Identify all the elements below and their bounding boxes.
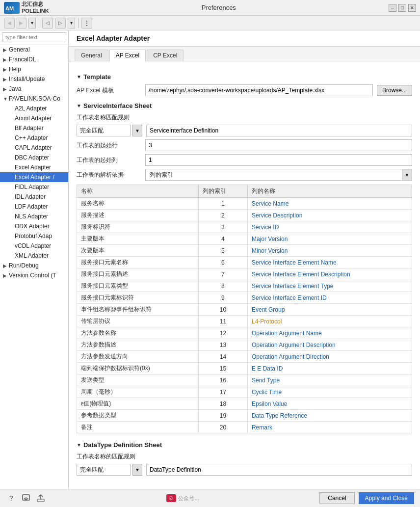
table-cell-name: 参考数据类型 <box>77 410 199 422</box>
sidebar-item-fidl[interactable]: FIDL Adapter <box>0 182 68 192</box>
sidebar-item-nls[interactable]: NLS Adapter <box>0 212 68 221</box>
table-cell-colname[interactable]: E E Data ID <box>247 363 412 374</box>
table-row: 次要版本5Minor Version <box>77 245 412 257</box>
forward-button[interactable]: ▶ <box>16 18 26 28</box>
table-cell-colname[interactable]: Service Interface Element Description <box>247 268 412 280</box>
tab-apexcel[interactable]: AP Excel <box>109 50 146 61</box>
parse-type-dropdown[interactable]: 列的索引 ▼ <box>145 169 412 181</box>
datatype-collapse-arrow[interactable]: ▼ <box>77 442 81 448</box>
table-cell-index: 3 <box>198 221 247 233</box>
nav-prev-button[interactable]: ◁ <box>42 18 53 28</box>
table-cell-colname[interactable]: Service Name <box>247 198 412 210</box>
table-cell-name: 服务名称 <box>77 198 199 210</box>
table-row: ε值(物理值)18Epsilon Value <box>77 398 412 410</box>
table-cell-colname[interactable]: Service Interface Element Type <box>247 280 412 292</box>
apply-button[interactable]: Apply and Close <box>359 492 414 504</box>
sidebar-item-general[interactable]: ▶General <box>0 45 68 54</box>
table-cell-colname[interactable]: Service Description <box>247 210 412 221</box>
cancel-button[interactable]: Cancel <box>319 492 354 504</box>
sidebar-item-xml[interactable]: XML Adapter <box>0 251 68 261</box>
sidebar-item-rundebug[interactable]: ▶Run/Debug <box>0 261 68 270</box>
sidebar-tree: ▶General▶FrancalDL▶Help▶Install/Update▶J… <box>0 45 68 489</box>
back-button[interactable]: ◀ <box>4 18 15 28</box>
sidebar-item-label-nls: NLS Adapter <box>15 213 65 220</box>
table-cell-colname[interactable]: Operation Argument Description <box>247 339 412 351</box>
template-row: AP Excel 模板 Browse... <box>77 84 412 96</box>
table-cell-colname[interactable]: L4-Protocol <box>247 316 412 327</box>
sidebar-item-vcdl[interactable]: vCDL Adapter <box>0 241 68 251</box>
sidebar: ▶General▶FrancalDL▶Help▶Install/Update▶J… <box>0 30 69 489</box>
table-cell-colname[interactable]: Data Type Reference <box>247 410 412 422</box>
sidebar-item-francaldl[interactable]: ▶FrancalDL <box>0 54 68 64</box>
sidebar-item-pavelink[interactable]: ▼PAVELINK.SOA-Co <box>0 94 68 104</box>
share-icon[interactable] <box>35 493 46 504</box>
start-row-input[interactable] <box>145 139 412 151</box>
table-cell-colname[interactable]: Service Interface Element Name <box>247 257 412 268</box>
parse-type-text: 列的索引 <box>146 169 402 181</box>
tab-cpexcel[interactable]: CP Excel <box>147 50 184 61</box>
matching-type-arrow[interactable]: ▼ <box>132 125 142 136</box>
sidebar-item-arxml[interactable]: Arxml Adapter <box>0 113 68 123</box>
sidebar-item-installdupdate[interactable]: ▶Install/Update <box>0 74 68 84</box>
datatype-matching-type-arrow[interactable]: ▼ <box>132 464 142 476</box>
sidebar-item-excel2[interactable]: Excel Adapter / <box>0 172 68 182</box>
sidebar-item-idl[interactable]: IDL Adapter <box>0 192 68 202</box>
matching-type-dropdown[interactable]: 完全匹配 <box>77 125 131 136</box>
minimize-button[interactable]: ─ <box>389 4 396 12</box>
sidebar-item-label-francaldl: FrancalDL <box>9 56 65 63</box>
table-cell-name: 方法参数描述 <box>77 339 199 351</box>
table-cell-colname[interactable]: Service Interface Element ID <box>247 292 412 304</box>
table-cell-index: 12 <box>198 327 247 339</box>
sidebar-item-excel[interactable]: Excel Adapter <box>0 162 68 172</box>
table-cell-colname[interactable]: Cyclic Time <box>247 386 412 398</box>
start-col-input[interactable] <box>145 154 412 166</box>
table-cell-colname[interactable]: Remark <box>247 422 412 433</box>
toolbar-separator2 <box>78 18 79 28</box>
datatype-matching-type-dropdown[interactable]: 完全匹配 <box>77 464 131 476</box>
maximize-button[interactable]: □ <box>398 4 406 12</box>
table-row: 方法参数描述13Operation Argument Description <box>77 339 412 351</box>
sidebar-item-java[interactable]: ▶Java <box>0 84 68 94</box>
sidebar-item-blf[interactable]: Blf Adapter <box>0 123 68 133</box>
table-cell-name: 周期（毫秒） <box>77 386 199 398</box>
table-row: 备注20Remark <box>77 422 412 433</box>
table-cell-colname[interactable]: Epsilon Value <box>247 398 412 410</box>
sidebar-item-capl[interactable]: CAPL Adapter <box>0 143 68 153</box>
sidebar-item-versioncontrol[interactable]: ▶Version Control (T <box>0 270 68 280</box>
parse-dropdown-arrow[interactable]: ▼ <box>402 169 412 180</box>
sidebar-item-cpp[interactable]: C++ Adapter <box>0 133 68 143</box>
sidebar-item-a2l[interactable]: A2L Adapter <box>0 104 68 113</box>
datatype-matching-value-input[interactable] <box>146 464 412 476</box>
table-cell-colname[interactable]: Operation Argument Direction <box>247 351 412 363</box>
table-cell-colname[interactable]: Event Group <box>247 304 412 316</box>
sidebar-item-dbc[interactable]: DBC Adapter <box>0 153 68 162</box>
search-input[interactable] <box>2 32 66 42</box>
export-icon[interactable] <box>21 493 31 504</box>
matching-value-input[interactable] <box>146 125 412 136</box>
template-collapse-arrow[interactable]: ▼ <box>77 74 81 80</box>
table-row: 主要版本4Major Version <box>77 233 412 245</box>
table-cell-colname[interactable]: Operation Argument Name <box>247 327 412 339</box>
browse-button[interactable]: Browse... <box>377 85 412 96</box>
table-cell-colname[interactable]: Send Type <box>247 374 412 386</box>
sidebar-item-help[interactable]: ▶Help <box>0 64 68 74</box>
service-interface-collapse-arrow[interactable]: ▼ <box>77 103 81 108</box>
sidebar-item-label-xml: XML Adapter <box>15 252 65 259</box>
nav-dropdown[interactable]: ▾ <box>28 18 36 28</box>
menu-button[interactable]: ⋮ <box>81 18 92 28</box>
close-button[interactable]: ✕ <box>408 4 416 12</box>
sidebar-item-odx[interactable]: ODX Adapter <box>0 221 68 231</box>
service-interface-section-header: ▼ ServiceInterface Sheet <box>77 102 412 109</box>
table-cell-name: 方法参数发送方向 <box>77 351 199 363</box>
table-cell-colname[interactable]: Minor Version <box>247 245 412 257</box>
help-icon[interactable]: ? <box>6 493 17 504</box>
sidebar-item-protobuf[interactable]: Protobuf Adap <box>0 231 68 241</box>
sidebar-item-ldf[interactable]: LDF Adapter <box>0 202 68 212</box>
ap-excel-input[interactable] <box>145 84 373 96</box>
nav-next-button[interactable]: ▷ <box>55 18 66 28</box>
table-cell-colname[interactable]: Service ID <box>247 221 412 233</box>
nav-dropdown2[interactable]: ▾ <box>68 18 75 28</box>
tab-general[interactable]: General <box>75 50 108 61</box>
table-cell-colname[interactable]: Major Version <box>247 233 412 245</box>
svg-text:AM: AM <box>5 5 14 11</box>
